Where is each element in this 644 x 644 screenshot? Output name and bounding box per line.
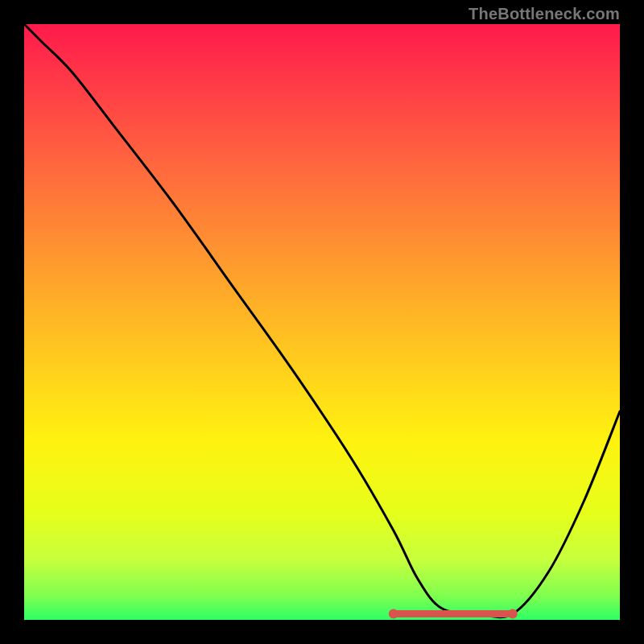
floor-endpoint-left: [389, 609, 398, 619]
watermark-text: TheBottleneck.com: [469, 5, 620, 23]
chart-frame: [24, 24, 620, 620]
bottleneck-chart: [24, 24, 620, 620]
gradient-background: [24, 24, 620, 620]
floor-endpoint-right: [508, 609, 518, 619]
